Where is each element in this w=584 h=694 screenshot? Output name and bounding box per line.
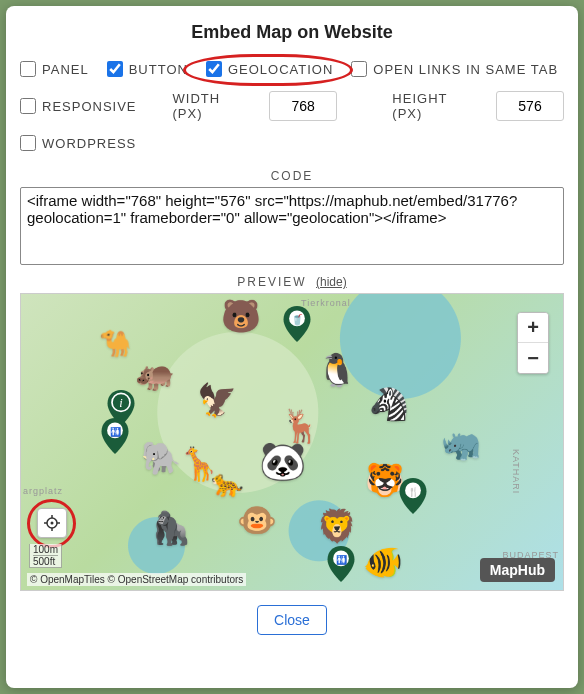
- svg-text:🚻: 🚻: [110, 426, 122, 438]
- wordpress-checkbox-input[interactable]: [20, 135, 36, 151]
- map-pin-restroom-icon: 🚻: [101, 418, 129, 454]
- zoom-out-button[interactable]: −: [518, 343, 548, 373]
- road-label: argplatz: [23, 486, 63, 496]
- map-pin-restroom-icon: 🚻: [327, 546, 355, 582]
- sametab-checkbox-input[interactable]: [351, 61, 367, 77]
- geolocation-checkbox-input[interactable]: [206, 61, 222, 77]
- map-marker-gorilla-icon: 🦍: [151, 512, 191, 544]
- code-section-label: CODE: [20, 169, 564, 183]
- geolocation-checkbox-label: GEOLOCATION: [228, 62, 333, 77]
- map-marker-elephant-icon: 🐘: [141, 442, 181, 474]
- responsive-checkbox[interactable]: RESPONSIVE: [20, 98, 137, 114]
- svg-text:🥤: 🥤: [291, 313, 304, 326]
- options-row-2: RESPONSIVE WIDTH (PX) HEIGHT (PX): [20, 91, 564, 121]
- panel-checkbox[interactable]: PANEL: [20, 61, 89, 77]
- maphub-badge[interactable]: MapHub: [480, 558, 555, 582]
- map-marker-eagle-icon: 🦅: [197, 384, 237, 416]
- zoom-controls: + −: [517, 312, 549, 374]
- embed-map-modal: Embed Map on Website PANEL BUTTON GEOLOC…: [6, 6, 578, 688]
- width-label: WIDTH (PX): [173, 91, 252, 121]
- map-marker-hippo-icon: 🦛: [135, 358, 175, 390]
- map-marker-camel-icon: 🐪: [99, 330, 131, 356]
- scale-metric: 100m: [33, 544, 58, 555]
- svg-text:🍴: 🍴: [408, 486, 420, 498]
- svg-text:🚻: 🚻: [336, 554, 348, 566]
- map-marker-lion-icon: 🦁: [317, 510, 357, 542]
- map-marker-leopard-icon: 🐆: [211, 470, 243, 496]
- sametab-checkbox-label: OPEN LINKS IN SAME TAB: [373, 62, 558, 77]
- button-checkbox-label: BUTTON: [129, 62, 188, 77]
- width-input[interactable]: [269, 91, 337, 121]
- responsive-checkbox-label: RESPONSIVE: [42, 99, 137, 114]
- map-marker-fish-icon: 🐠: [363, 546, 403, 578]
- close-button[interactable]: Close: [257, 605, 327, 635]
- map-marker-deer-icon: 🦌: [281, 410, 321, 442]
- wordpress-checkbox[interactable]: WORDPRESS: [20, 135, 136, 151]
- road-label: KATHARI: [511, 449, 521, 494]
- geolocate-button[interactable]: [37, 508, 67, 538]
- height-input[interactable]: [496, 91, 564, 121]
- map-scale: 100m 500ft: [29, 544, 62, 568]
- options-row-3: WORDPRESS: [20, 135, 564, 155]
- sametab-checkbox[interactable]: OPEN LINKS IN SAME TAB: [351, 61, 558, 77]
- map-pin-restaurant-icon: 🍴: [399, 478, 427, 514]
- wordpress-checkbox-label: WORDPRESS: [42, 136, 136, 151]
- map-marker-bear-icon: 🐻: [221, 300, 261, 332]
- panel-checkbox-label: PANEL: [42, 62, 89, 77]
- hide-preview-link[interactable]: (hide): [316, 275, 347, 289]
- map-attribution: © OpenMapTiles © OpenStreetMap contribut…: [27, 573, 246, 586]
- geolocation-checkbox[interactable]: GEOLOCATION: [206, 61, 333, 77]
- map-marker-panda-icon: 🐼: [259, 442, 306, 480]
- svg-text:i: i: [119, 396, 123, 410]
- height-label: HEIGHT (PX): [392, 91, 478, 121]
- embed-code-textarea[interactable]: <iframe width="768" height="576" src="ht…: [20, 187, 564, 265]
- button-checkbox[interactable]: BUTTON: [107, 61, 188, 77]
- zoom-in-button[interactable]: +: [518, 313, 548, 343]
- map-marker-penguin-icon: 🐧: [317, 354, 357, 386]
- preview-text: PREVIEW: [237, 275, 306, 289]
- responsive-checkbox-input[interactable]: [20, 98, 36, 114]
- button-checkbox-input[interactable]: [107, 61, 123, 77]
- map-preview[interactable]: Tierkronal BUDAPEST KATHARI argplatz 🐻 🦛…: [20, 293, 564, 591]
- modal-title: Embed Map on Website: [20, 22, 564, 43]
- map-marker-monkey-icon: 🐵: [237, 504, 277, 536]
- preview-section-label: PREVIEW (hide): [20, 275, 564, 289]
- map-pin-cup-icon: 🥤: [283, 306, 311, 342]
- svg-point-11: [51, 522, 54, 525]
- panel-checkbox-input[interactable]: [20, 61, 36, 77]
- scale-imperial: 500ft: [33, 555, 58, 567]
- map-marker-zebra-icon: 🦓: [369, 388, 409, 420]
- map-marker-rhino-icon: 🦏: [441, 428, 481, 460]
- modal-footer: Close: [20, 605, 564, 635]
- crosshair-icon: [44, 515, 60, 531]
- options-row-1: PANEL BUTTON GEOLOCATION OPEN LINKS IN S…: [20, 61, 564, 77]
